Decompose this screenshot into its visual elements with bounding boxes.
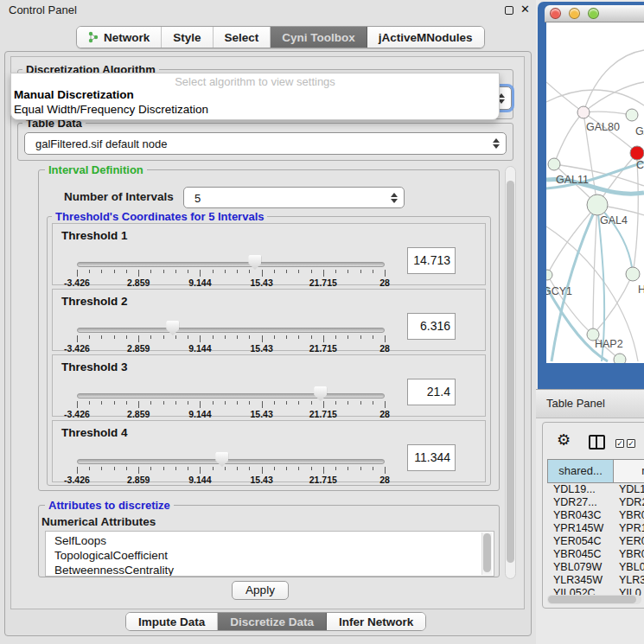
table-row[interactable]: YLR345WYLR3 [547,574,644,587]
tab-discretize-data[interactable]: Discretize Data [218,613,327,630]
network-node[interactable] [548,158,560,170]
slider-ticks [77,401,385,409]
threshold-value-field[interactable]: 6.316 [407,313,456,340]
table-row[interactable]: YDL19...YDL1 [547,483,644,496]
checkbox-icon[interactable]: ✓ [615,439,624,448]
network-node[interactable] [626,109,638,121]
attributes-list-scrollbar[interactable] [481,532,492,575]
table-cell[interactable]: YBR045C [547,548,614,561]
slider-ticks [77,270,385,277]
tick-mark [175,401,176,405]
num-intervals-combobox[interactable]: 5 [183,187,405,208]
table-cell[interactable]: YER0 [614,535,644,548]
table-cell[interactable]: YLR3 [614,574,644,587]
tab-style[interactable]: Style [162,27,213,48]
table-cell[interactable]: YBR0 [614,509,644,522]
threshold-value-field[interactable]: 14.713 [407,247,456,274]
tick-mark [114,467,115,470]
tab-cyni-toolbox[interactable]: Cyni Toolbox [271,27,367,48]
tab-network[interactable]: Network [77,27,162,48]
table-hscrollbar[interactable] [547,595,641,604]
table-row[interactable]: YBR045CYBR0 [547,548,644,561]
network-node[interactable] [577,106,590,118]
float-window-icon[interactable] [505,6,513,15]
table-row[interactable]: YPR145WYPR1 [547,522,644,535]
threshold-value-field[interactable]: 11.344 [407,444,456,471]
table-row[interactable]: YBR043CYBR0 [547,509,644,522]
screenshot-stage: Control Panel ✕ Network Style Select Cyn… [0,0,644,644]
table-row[interactable]: YER054CYER0 [547,535,644,548]
slider-thumb[interactable] [215,452,228,467]
network-canvas[interactable]: GAL80GACGAL11GAL4GCY1HHAP2 [546,22,644,363]
tab-impute-data[interactable]: Impute Data [126,613,218,630]
tick-mark [348,401,348,405]
traffic-light-close[interactable] [550,8,561,19]
traffic-light-minimize[interactable] [569,8,580,19]
tick-mark [274,270,275,273]
network-node-label: GAL80 [586,121,620,133]
tab-infer-network[interactable]: Infer Network [327,613,425,630]
table-cell[interactable]: YLR345W [547,574,614,587]
tick-label: 2.859 [127,409,150,419]
network-window-titlebar [545,5,644,22]
table-cell[interactable]: YPR1 [614,522,644,535]
slider-track[interactable] [77,459,385,464]
network-edge [554,112,583,164]
scrollbar-thumb[interactable] [507,181,514,563]
threshold-label: Threshold 4 [61,426,128,439]
network-node[interactable] [626,267,640,281]
network-node[interactable] [546,270,552,280]
tick-label: 9.144 [188,409,211,419]
dropdown-option-manual[interactable]: Manual Discretization [11,88,499,103]
table-cell[interactable]: YER054C [547,535,614,548]
table-cell[interactable]: YDL19... [547,483,614,496]
table-cell[interactable]: YBR0 [614,548,644,561]
table-cell[interactable]: YDR2 [614,496,644,509]
column-header-name[interactable]: na [614,459,644,483]
slider-track[interactable] [77,393,385,399]
attribute-list-item[interactable]: SelfLoops [46,533,494,548]
scrollbar-thumb[interactable] [483,533,491,572]
slider-track[interactable] [77,262,385,267]
table-cell[interactable]: YDL1 [614,483,644,496]
tick-mark [126,335,127,339]
gear-icon[interactable]: ⚙ [557,430,571,450]
slider-thumb[interactable] [314,386,327,401]
tick-mark [213,335,214,339]
tick-label: 21.715 [309,475,337,485]
table-cell[interactable]: YBL0 [614,561,644,574]
network-icon [88,31,99,43]
checkbox-icon[interactable]: ✓ [627,439,635,448]
attribute-list-item[interactable]: BetweennessCentrality [46,563,494,577]
table-cell[interactable]: YBL079W [547,561,614,574]
tick-mark [89,467,90,470]
slider-thumb[interactable] [166,321,179,335]
table-row[interactable]: YBL079WYBL0 [547,561,644,574]
table-cell[interactable]: YPR145W [547,522,614,535]
table-cell[interactable]: YDR27... [547,496,614,509]
table-row[interactable]: YDR27...YDR2 [547,496,644,509]
traffic-light-zoom[interactable] [588,8,599,19]
table-data-combobox[interactable]: galFiltered.sif default node [24,132,507,155]
columns-icon[interactable] [589,435,605,450]
apply-button[interactable]: Apply [232,581,289,600]
threshold-value-field[interactable]: 21.4 [407,379,456,405]
table-cell[interactable]: YBR043C [547,509,614,522]
tab-jactivemnodules-label: jActiveMNodules [379,31,473,44]
network-edge [583,82,644,112]
slider-track[interactable] [77,328,385,333]
tick-mark [385,270,386,277]
attribute-list-item[interactable]: TopologicalCoefficient [46,548,494,563]
close-icon[interactable]: ✕ [520,3,530,16]
column-header-shared[interactable]: shared... [547,459,614,483]
network-node[interactable] [614,354,626,363]
slider-thumb[interactable] [248,255,261,270]
panel-scrollbar[interactable] [505,166,516,579]
threshold-label: Threshold 1 [61,229,128,242]
tab-jactivemnodules[interactable]: jActiveMNodules [367,27,484,48]
network-node[interactable] [630,146,644,160]
network-node[interactable] [587,194,608,215]
dropdown-option-equal-width[interactable]: Equal Width/Frequency Discretization [11,103,499,118]
tab-select[interactable]: Select [214,27,271,48]
scrollbar-thumb[interactable] [548,596,636,603]
